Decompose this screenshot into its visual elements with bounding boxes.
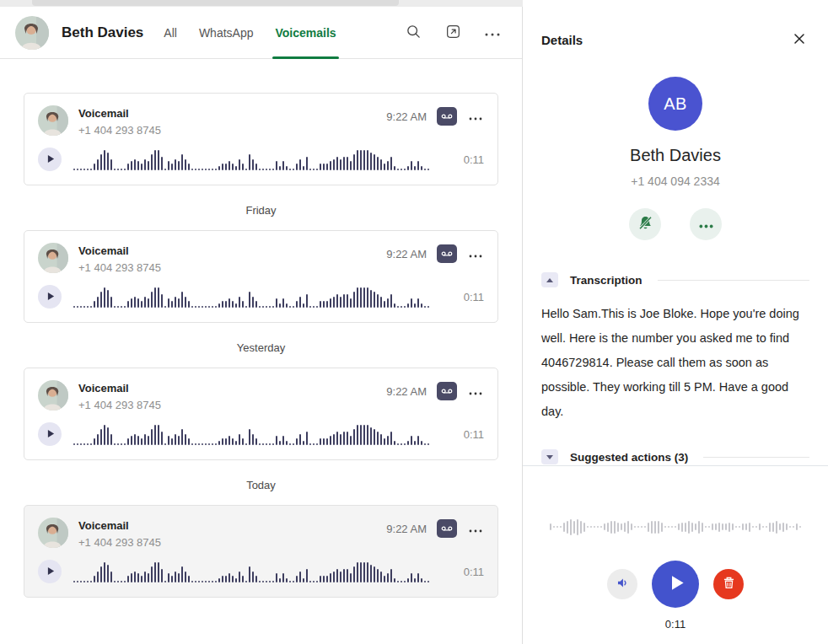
close-details-button[interactable] [791,30,808,50]
voicemail-card[interactable]: Voicemail +1 404 293 8745 9:22 AM [24,505,498,598]
chat-header: Beth Davies All WhatsApp Voicemails [0,7,522,59]
tab-label: Voicemails [275,26,336,40]
play-icon [46,566,55,578]
contact-initials-avatar: AB [648,77,702,131]
voicemail-waveform [73,286,452,308]
search-button[interactable] [404,22,423,44]
voicemail-card[interactable]: Voicemail +1 404 293 8745 9:22 AM [24,230,498,323]
voicemail-duration: 0:11 [464,291,484,303]
tab-all[interactable]: All [164,7,177,59]
voicemail-group: Friday Voicemail +1 404 293 8745 9:22 AM [24,204,498,323]
date-separator: Yesterday [24,341,498,354]
caller-number: +1 404 293 8745 [78,536,161,549]
voicemail-more-button[interactable] [467,384,484,400]
volume-button[interactable] [607,569,637,599]
mute-notifications-button[interactable] [629,208,661,240]
play-icon [46,291,55,303]
tab-label: WhatsApp [199,26,254,40]
contact-phone: +1 404 094 2334 [523,174,828,188]
tab-label: All [164,26,177,40]
voicemail-more-button[interactable] [467,109,484,125]
search-icon [406,24,422,42]
voicemail-waveform [73,423,452,445]
suggested-actions-label: Suggested actions (3) [570,451,688,464]
conversation-panel: Beth Davies All WhatsApp Voicemails [0,7,523,644]
trash-icon [723,577,734,592]
voicemail-icon [441,109,453,124]
voicemail-group: Voicemail +1 404 293 8745 9:22 AM [24,93,498,185]
ellipsis-icon [469,248,482,260]
voicemail-badge [437,382,457,400]
player-waveform[interactable] [545,510,806,544]
collapse-transcription-button[interactable] [541,272,558,287]
delete-button[interactable] [713,569,744,599]
open-in-new-button[interactable] [444,22,463,44]
play-voicemail-button[interactable] [38,148,62,171]
play-voicemail-button[interactable] [38,285,62,309]
section-divider [658,280,809,281]
voicemail-waveform [73,148,452,170]
ellipsis-icon [485,26,500,39]
voicemail-title: Voicemail [78,244,161,257]
player-duration: 0:11 [523,618,828,631]
tab-whatsapp[interactable]: WhatsApp [199,7,254,59]
details-heading: Details [541,33,583,47]
speaker-icon [616,576,630,593]
caller-photo-avatar [38,380,68,411]
window-drag-bar [32,0,399,6]
voicemail-icon [441,384,453,399]
voicemail-waveform [73,561,452,582]
contact-photo-avatar [15,16,49,50]
date-separator: Today [24,479,498,491]
contact-more-button[interactable] [690,208,722,240]
play-button[interactable] [652,561,699,608]
caller-photo-avatar [38,518,68,548]
voicemail-time: 9:22 AM [386,385,427,398]
play-voicemail-button[interactable] [38,422,62,446]
caller-number: +1 404 293 8745 [78,399,161,411]
date-separator: Friday [24,204,498,217]
transcription-section-header: Transcription [541,272,809,287]
voicemail-more-button[interactable] [467,521,484,537]
contact-card: AB Beth Davies +1 404 094 2334 [523,77,828,240]
voicemail-card[interactable]: Voicemail +1 404 293 8745 9:22 AM [24,368,498,460]
expand-suggested-actions-button[interactable] [541,449,558,464]
voicemail-time: 9:22 AM [386,248,427,260]
voicemail-icon [441,246,453,261]
voicemail-badge [437,519,457,538]
voicemail-duration: 0:11 [464,566,484,578]
contact-name: Beth Davies [523,146,828,165]
voicemail-card[interactable]: Voicemail +1 404 293 8745 9:22 AM [24,93,498,185]
ellipsis-icon [469,110,482,123]
voicemail-list: Voicemail +1 404 293 8745 9:22 AM [0,59,522,644]
caller-photo-avatar [38,105,68,136]
voicemail-time: 9:22 AM [386,523,427,535]
voicemail-time: 9:22 AM [386,110,427,123]
tab-bar: All WhatsApp Voicemails [164,7,336,59]
caret-up-icon [546,278,553,282]
voicemail-group: Today Voicemail +1 404 293 8745 9:22 AM [24,479,498,598]
caret-down-icon [546,455,553,459]
ellipsis-icon [469,385,482,398]
ellipsis-icon [699,218,713,231]
bell-off-icon [637,214,654,234]
voicemail-duration: 0:11 [464,428,484,441]
open-in-new-icon [445,24,461,42]
play-icon [667,575,685,593]
tab-voicemails[interactable]: Voicemails [275,7,336,59]
close-icon [794,34,804,46]
voicemail-title: Voicemail [78,382,161,394]
voicemail-title: Voicemail [78,107,161,120]
app-window: Beth Davies All WhatsApp Voicemails [0,0,828,644]
play-icon [46,153,55,166]
voicemail-more-button[interactable] [467,246,484,262]
play-voicemail-button[interactable] [38,560,62,583]
section-divider [703,457,809,458]
suggested-actions-section-header: Suggested actions (3) [541,449,809,464]
voicemail-icon [441,521,453,536]
caller-number: +1 404 293 8745 [78,124,161,137]
transcription-text: Hello Sam.This is Joe Bloke. Hope you're… [541,302,809,424]
ellipsis-icon [469,523,482,535]
more-options-button[interactable] [483,24,502,40]
voicemail-badge [437,107,457,126]
